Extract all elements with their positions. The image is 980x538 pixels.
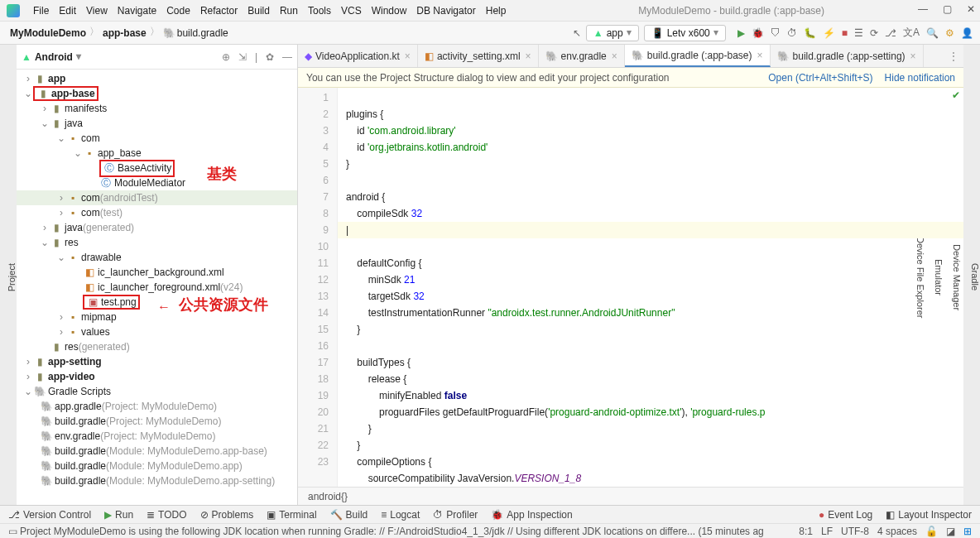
project-view-selector[interactable]: ▲ Android ▾ bbox=[22, 51, 81, 63]
tab-activity-setting[interactable]: ◧activity_setting.xml× bbox=[418, 45, 539, 67]
indent-setting[interactable]: 4 spaces bbox=[877, 526, 917, 537]
memory-icon[interactable]: ◪ bbox=[946, 526, 955, 537]
menu-code[interactable]: Code bbox=[161, 5, 195, 17]
banner-open-link[interactable]: Open (Ctrl+Alt+Shift+S) bbox=[768, 72, 872, 84]
tree-app-setting[interactable]: ›▮app-setting bbox=[17, 354, 297, 369]
menu-file[interactable]: File bbox=[28, 5, 54, 17]
tree-values[interactable]: ›▪values bbox=[17, 324, 297, 339]
gear-icon[interactable]: ✿ bbox=[266, 51, 274, 63]
close-tab-icon[interactable]: × bbox=[612, 50, 617, 62]
tree-drawable[interactable]: ⌄▪drawable bbox=[17, 250, 297, 265]
attach-icon[interactable]: 🐛 bbox=[804, 27, 816, 39]
close-tab-icon[interactable]: × bbox=[910, 50, 916, 62]
run-icon[interactable]: ▶ bbox=[737, 27, 745, 39]
editor-breadcrumb[interactable]: android{} bbox=[298, 487, 963, 505]
menu-navigate[interactable]: Navigate bbox=[113, 5, 161, 17]
bb-profiler[interactable]: ⏱ Profiler bbox=[433, 509, 478, 521]
bb-layout-inspector[interactable]: ◧ Layout Inspector bbox=[886, 509, 972, 521]
tab-build-gradle-base[interactable]: 🐘build.gradle (:app-base)× bbox=[625, 45, 771, 67]
apply-changes-icon[interactable]: ⚡ bbox=[823, 27, 835, 39]
sync-icon[interactable]: ⟳ bbox=[870, 27, 878, 39]
user-icon[interactable]: 👤 bbox=[961, 27, 973, 39]
back-arrow-icon[interactable]: ↖ bbox=[573, 27, 581, 39]
tree-java[interactable]: ⌄▮java bbox=[17, 116, 297, 131]
stop-icon[interactable]: ■ bbox=[842, 27, 848, 39]
debug-icon[interactable]: 🐞 bbox=[752, 27, 764, 39]
tree-build-gradle-proj[interactable]: 🐘build.gradle (Project: MyModuleDemo) bbox=[17, 414, 297, 429]
bb-event-log[interactable]: ● Event Log bbox=[819, 509, 872, 521]
breadcrumb-file[interactable]: build.gradle bbox=[177, 27, 228, 39]
project-tree[interactable]: ›▮app ⌄▮app-base ›▮manifests ⌄▮java ⌄▪co… bbox=[17, 70, 297, 505]
code-area[interactable]: ✔ 1234567891011121314151617181920212223 … bbox=[298, 88, 963, 487]
bb-logcat[interactable]: ≡ Logcat bbox=[381, 509, 420, 521]
bb-terminal[interactable]: ▣ Terminal bbox=[267, 509, 316, 521]
tree-app-base[interactable]: ⌄▮app-base bbox=[17, 86, 297, 101]
settings-icon[interactable]: ⚙ bbox=[945, 27, 954, 39]
tree-com-androidtest[interactable]: ›▪com (androidTest) bbox=[17, 190, 297, 205]
caret-position[interactable]: 8:1 bbox=[799, 526, 813, 537]
search-icon[interactable]: 🔍 bbox=[926, 27, 939, 39]
readonly-icon[interactable]: 🔓 bbox=[925, 526, 938, 537]
code-text[interactable]: plugins { id 'com.android.library' id 'o… bbox=[338, 88, 963, 487]
more-tabs-icon[interactable]: ⋮ bbox=[944, 50, 963, 62]
tree-com-test[interactable]: ›▪com (test) bbox=[17, 205, 297, 220]
bb-build[interactable]: 🔨 Build bbox=[330, 509, 368, 521]
tree-res-gen[interactable]: ▮res (generated) bbox=[17, 339, 297, 354]
line-separator[interactable]: LF bbox=[821, 526, 833, 537]
tree-java-gen[interactable]: ›▮java (generated) bbox=[17, 220, 297, 235]
line-gutter[interactable]: 1234567891011121314151617181920212223 bbox=[298, 88, 338, 487]
tree-manifests[interactable]: ›▮manifests bbox=[17, 101, 297, 116]
tree-app[interactable]: ›▮app bbox=[17, 71, 297, 86]
menu-tools[interactable]: Tools bbox=[303, 5, 336, 17]
menu-run[interactable]: Run bbox=[275, 5, 303, 17]
tree-build-gradle-base[interactable]: 🐘build.gradle (Module: MyModuleDemo.app-… bbox=[17, 444, 297, 459]
git-icon[interactable]: ⎇ bbox=[885, 27, 896, 39]
breadcrumb-module[interactable]: app-base bbox=[103, 27, 147, 39]
tree-module-mediator[interactable]: ⒸModuleMediator bbox=[17, 175, 297, 190]
tree-build-gradle-setting[interactable]: 🐘build.gradle (Module: MyModuleDemo.app-… bbox=[17, 473, 297, 488]
tree-res[interactable]: ⌄▮res bbox=[17, 235, 297, 250]
tree-base-activity[interactable]: ⒸBaseActivity bbox=[17, 161, 297, 175]
tab-video-app[interactable]: ◆VideoApplication.kt× bbox=[298, 45, 418, 67]
tree-build-gradle-app[interactable]: 🐘build.gradle (Module: MyModuleDemo.app) bbox=[17, 459, 297, 473]
coverage-icon[interactable]: ⛉ bbox=[771, 27, 781, 39]
tree-gradle-scripts[interactable]: ⌄🐘Gradle Scripts bbox=[17, 384, 297, 399]
menu-help[interactable]: Help bbox=[481, 5, 512, 17]
tool-gradle[interactable]: Gradle bbox=[970, 263, 980, 291]
target-icon[interactable]: ⊕ bbox=[222, 51, 230, 63]
profile-icon[interactable]: ⏱ bbox=[787, 27, 797, 39]
bb-version-control[interactable]: ⎇ Version Control bbox=[8, 509, 91, 521]
menu-edit[interactable]: Edit bbox=[54, 5, 81, 17]
tree-ic-bg[interactable]: ◧ic_launcher_background.xml bbox=[17, 265, 297, 280]
banner-hide-link[interactable]: Hide notification bbox=[885, 72, 955, 84]
tree-app-gradle[interactable]: 🐘app.gradle (Project: MyModuleDemo) bbox=[17, 399, 297, 414]
window-minimize-icon[interactable]: — bbox=[918, 3, 928, 15]
file-encoding[interactable]: UTF-8 bbox=[841, 526, 869, 537]
breadcrumb-project[interactable]: MyModuleDemo bbox=[10, 27, 86, 39]
tree-app-video[interactable]: ›▮app-video bbox=[17, 369, 297, 384]
menu-vcs[interactable]: VCS bbox=[336, 5, 367, 17]
tree-env-gradle[interactable]: 🐘env.gradle (Project: MyModuleDemo) bbox=[17, 429, 297, 444]
menu-view[interactable]: View bbox=[81, 5, 113, 17]
expand-icon[interactable]: ⇲ bbox=[238, 51, 247, 63]
window-close-icon[interactable]: ✕ bbox=[967, 3, 975, 15]
window-maximize-icon[interactable]: ▢ bbox=[943, 3, 952, 15]
bb-todo[interactable]: ≣ TODO bbox=[147, 509, 186, 521]
device-selector[interactable]: 📱 Letv x600 ▾ bbox=[644, 25, 726, 41]
tab-build-gradle-setting[interactable]: 🐘build.gradle (:app-setting)× bbox=[771, 45, 924, 67]
run-config-selector[interactable]: ▲ app ▾ bbox=[586, 25, 639, 41]
tree-app-base-pkg[interactable]: ⌄▪app_base bbox=[17, 146, 297, 161]
menu-refactor[interactable]: Refactor bbox=[195, 5, 243, 17]
translate-icon[interactable]: 文A bbox=[903, 26, 920, 40]
close-tab-icon[interactable]: × bbox=[405, 50, 411, 62]
menu-build[interactable]: Build bbox=[243, 5, 275, 17]
avd-icon[interactable]: ☰ bbox=[854, 27, 863, 39]
tool-project[interactable]: Project bbox=[7, 263, 17, 291]
bb-run[interactable]: ▶ Run bbox=[104, 509, 133, 521]
tab-env-gradle[interactable]: 🐘env.gradle× bbox=[539, 45, 625, 67]
menu-window[interactable]: Window bbox=[367, 5, 412, 17]
close-tab-icon[interactable]: × bbox=[757, 50, 763, 61]
close-tab-icon[interactable]: × bbox=[526, 50, 531, 62]
hide-icon[interactable]: — bbox=[282, 51, 292, 63]
menu-db-navigator[interactable]: DB Navigator bbox=[411, 5, 480, 17]
